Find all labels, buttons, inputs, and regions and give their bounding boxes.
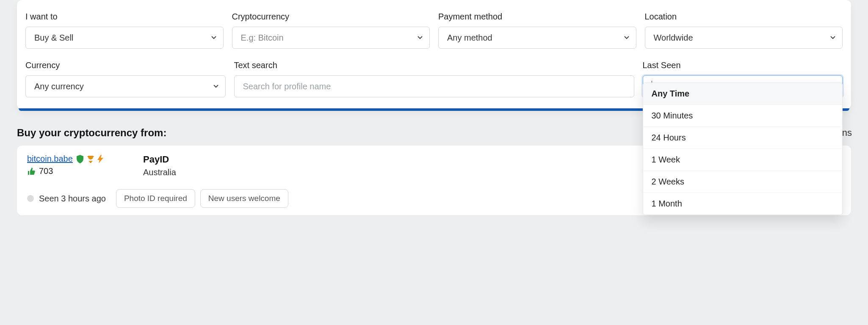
section-heading: Buy your cryptocurrency from: <box>17 127 166 139</box>
location-select[interactable]: Worldwide <box>645 27 843 49</box>
filter-payment: Payment method Any method <box>438 12 636 49</box>
listing-tag: New users welcome <box>200 189 288 208</box>
filter-location: Location Worldwide <box>645 12 843 49</box>
truncated-text-fragment: ns <box>842 127 852 138</box>
want-select[interactable]: Buy & Sell <box>25 27 224 49</box>
filter-currency-label: Currency <box>25 61 226 70</box>
payment-select-value: Any method <box>447 33 492 43</box>
listing-user-column: bitcoin.babe <box>27 154 133 176</box>
currency-select-value: Any currency <box>34 82 84 91</box>
filter-panel: I want to Buy & Sell Cryptocurrency E.g:… <box>17 0 851 109</box>
filter-search-label: Text search <box>234 61 634 70</box>
seen-text: Seen 3 hours ago <box>39 194 106 204</box>
filter-currency: Currency Any currency <box>25 61 226 97</box>
last-seen-option[interactable]: 2 Weeks <box>643 171 843 193</box>
last-seen-option[interactable]: Any Time <box>643 83 843 105</box>
listing-tag: Photo ID required <box>116 189 195 208</box>
location-select-value: Worldwide <box>654 33 693 43</box>
last-seen-dropdown: Any Time 30 Minutes 24 Hours 1 Week 2 We… <box>643 83 843 215</box>
filter-payment-label: Payment method <box>438 12 636 22</box>
caret-down-icon <box>624 36 629 39</box>
last-seen-option[interactable]: 1 Month <box>643 193 843 215</box>
payment-select[interactable]: Any method <box>438 27 636 49</box>
filter-crypto: Cryptocurrency E.g: Bitcoin <box>232 12 430 49</box>
trophy-icon <box>86 155 95 163</box>
crypto-select[interactable]: E.g: Bitcoin <box>232 27 430 49</box>
filter-location-label: Location <box>645 12 843 22</box>
search-input[interactable] <box>243 82 617 91</box>
caret-down-icon <box>417 36 423 39</box>
bolt-icon <box>97 155 103 163</box>
want-select-value: Buy & Sell <box>34 33 73 43</box>
last-seen-option[interactable]: 30 Minutes <box>643 105 843 127</box>
crypto-select-placeholder: E.g: Bitcoin <box>241 33 284 43</box>
filter-crypto-label: Cryptocurrency <box>232 12 430 22</box>
filter-text-search: Text search <box>234 61 634 97</box>
presence-dot-icon <box>27 195 34 202</box>
thumbs-up-icon <box>27 167 36 176</box>
shield-icon <box>76 155 84 163</box>
currency-select[interactable]: Any currency <box>25 75 226 97</box>
filter-last-seen-label: Last Seen <box>643 61 843 70</box>
caret-down-icon <box>211 36 216 39</box>
filter-last-seen: Last Seen Any Time Any Time 30 Minutes 2… <box>643 61 843 97</box>
caret-down-icon <box>213 85 218 88</box>
filter-want-label: I want to <box>25 12 224 22</box>
reputation-count: 703 <box>39 166 53 176</box>
search-input-wrap <box>234 75 634 97</box>
caret-down-icon <box>830 36 835 39</box>
last-seen-option[interactable]: 1 Week <box>643 149 843 171</box>
user-link[interactable]: bitcoin.babe <box>27 154 73 164</box>
filter-want: I want to Buy & Sell <box>25 12 224 49</box>
last-seen-option[interactable]: 24 Hours <box>643 127 843 149</box>
